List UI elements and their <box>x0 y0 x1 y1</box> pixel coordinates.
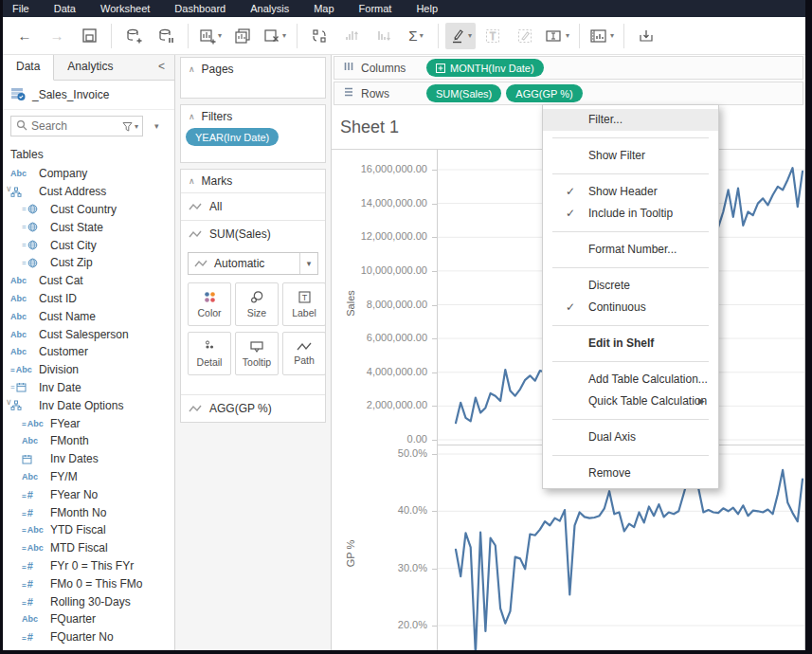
search-input[interactable] <box>27 118 113 134</box>
menu-file[interactable]: File <box>0 0 42 17</box>
collapse-card-icon[interactable]: ∧ <box>189 112 195 121</box>
field-fmo-0-this-fmo[interactable]: =#FMo 0 = This FMo <box>3 574 174 592</box>
field-customer[interactable]: AbcCustomer <box>3 343 174 361</box>
size-button[interactable]: Size <box>235 282 279 326</box>
redo-icon[interactable]: → <box>42 23 72 49</box>
add-datasource-icon[interactable] <box>118 23 149 49</box>
totals-icon[interactable]: Σ▾ <box>401 23 431 49</box>
format-workbook-icon[interactable] <box>510 23 540 49</box>
calculated-number-field-icon: =# <box>22 560 33 572</box>
show-mark-labels-icon[interactable]: T <box>478 23 508 49</box>
field-company[interactable]: AbcCompany <box>3 165 174 183</box>
field-cust-city[interactable]: =Cust City <box>3 236 174 254</box>
marks-item-all[interactable]: All <box>181 192 325 220</box>
axis-tick-label: 6,000,000.00 <box>367 332 427 343</box>
field-fquarter-no[interactable]: =#FQuarter No <box>3 628 174 646</box>
search-box[interactable]: ▾ <box>10 116 143 136</box>
menu-item-show-filter[interactable]: Show Filter <box>543 145 718 167</box>
sort-ascending-icon[interactable] <box>336 23 367 49</box>
field-inv-dates[interactable]: Inv Dates <box>3 450 174 468</box>
menu-item-discrete[interactable]: Discrete <box>543 275 718 297</box>
field-cust-cat[interactable]: AbcCust Cat <box>3 272 174 290</box>
menu-format[interactable]: Format <box>347 0 405 17</box>
menu-dashboard[interactable]: Dashboard <box>162 0 238 17</box>
tooltip-icon <box>249 340 264 354</box>
tab-data[interactable]: Data <box>3 55 54 81</box>
label-button[interactable]: T Label <box>282 282 326 326</box>
swap-rows-columns-icon[interactable] <box>304 23 334 49</box>
field-fmonth[interactable]: AbcFMonth <box>3 432 174 450</box>
field-cust-country[interactable]: =Cust Country <box>3 201 174 219</box>
field-cust-name[interactable]: AbcCust Name <box>3 307 174 325</box>
clear-sheet-icon[interactable]: ▾ <box>260 23 290 49</box>
filter-fields-icon[interactable]: ▾ <box>122 121 142 132</box>
collapse-card-icon[interactable]: ∧ <box>189 176 195 186</box>
expander-chevron-icon[interactable]: ∨ <box>6 184 12 193</box>
menu-item-quick-table-calculation[interactable]: Quick Table Calculation▶ <box>543 391 718 412</box>
menu-worksheet[interactable]: Worksheet <box>88 0 162 17</box>
sort-descending-icon[interactable] <box>369 23 399 49</box>
rows-shelf[interactable]: Rows SUM(Sales)AGG(GP %) <box>334 82 803 105</box>
tab-analytics[interactable]: Analytics <box>54 55 126 80</box>
filter-pill-year-inv-date[interactable]: YEAR(Inv Date) <box>186 128 279 146</box>
datasource-row[interactable]: _Sales_Invoice <box>3 81 174 110</box>
menu-item-continuous[interactable]: ✓Continuous <box>543 297 718 318</box>
field-fmonth-no[interactable]: =#FMonth No <box>3 503 174 521</box>
menu-item-include-in-tooltip[interactable]: ✓Include in Tooltip <box>543 203 718 225</box>
fit-selector-icon[interactable]: ▾ <box>542 23 572 49</box>
field-cust-zip[interactable]: =Cust Zip <box>3 254 174 272</box>
menu-item-dual-axis[interactable]: Dual Axis <box>543 427 718 448</box>
menu-item-edit-in-shelf[interactable]: Edit in Shelf <box>543 333 718 354</box>
menu-data[interactable]: Data <box>42 0 88 17</box>
menu-help[interactable]: Help <box>404 0 450 17</box>
field-fyear[interactable]: =AbcFYear <box>3 414 174 432</box>
pause-auto-updates-icon[interactable] <box>151 23 181 49</box>
data-pane-menu-icon[interactable]: ▾ <box>154 121 159 131</box>
field-inv-date[interactable]: =Inv Date <box>3 379 174 397</box>
duplicate-sheet-icon[interactable] <box>227 23 258 49</box>
expand-pill-icon[interactable] <box>436 64 445 73</box>
undo-icon[interactable]: ← <box>9 23 40 49</box>
marks-item-sum-sales[interactable]: SUM(Sales) <box>181 220 325 247</box>
field-inv-date-options[interactable]: ∨Inv Date Options <box>3 396 174 414</box>
show-me-icon[interactable]: ▾ <box>586 23 617 49</box>
save-icon[interactable] <box>74 23 104 49</box>
marks-item-agg-gp[interactable]: AGG(GP %) <box>181 394 325 422</box>
pill-agg-gp-[interactable]: AGG(GP %) <box>506 84 582 102</box>
field-mtd-fiscal[interactable]: =AbcMTD Fiscal <box>3 539 174 557</box>
menu-map[interactable]: Map <box>301 0 346 17</box>
menu-item-filter[interactable]: Filter... <box>543 109 718 131</box>
new-worksheet-icon[interactable]: ▾ <box>195 23 226 49</box>
field-cust-id[interactable]: AbcCust ID <box>3 290 174 308</box>
color-button[interactable]: Color <box>188 282 231 326</box>
columns-shelf[interactable]: Columns MONTH(Inv Date) <box>334 56 803 80</box>
detail-button[interactable]: Detail <box>188 332 231 375</box>
download-icon[interactable] <box>631 23 661 49</box>
path-button[interactable]: Path <box>282 332 326 375</box>
field-fy-m[interactable]: AbcFY/M <box>3 468 174 486</box>
pill-month-inv-date-[interactable]: MONTH(Inv Date) <box>426 59 544 77</box>
label-icon: T <box>298 290 312 304</box>
menu-item-format-number[interactable]: Format Number... <box>543 239 718 261</box>
field-fyr-0-this-fyr[interactable]: =#FYr 0 = This FYr <box>3 557 174 575</box>
field-division[interactable]: =AbcDivision <box>3 361 174 379</box>
menu-analysis[interactable]: Analysis <box>238 0 301 17</box>
menu-item-add-table-calculation[interactable]: Add Table Calculation... <box>543 369 718 391</box>
field-rolling-30-days[interactable]: =#Rolling 30-Days <box>3 592 174 610</box>
menu-item-remove[interactable]: Remove <box>543 463 718 484</box>
highlight-icon[interactable]: ▾ <box>445 23 476 49</box>
menu-item-show-header[interactable]: ✓Show Header <box>543 181 718 203</box>
expander-chevron-icon[interactable]: ∨ <box>6 397 12 407</box>
collapse-card-icon[interactable]: ∧ <box>189 64 195 74</box>
tooltip-button[interactable]: Tooltip <box>235 332 279 375</box>
mark-type-dropdown[interactable]: Automatic ▾ <box>188 252 318 275</box>
field-cust-salesperson[interactable]: AbcCust Salesperson <box>3 325 174 343</box>
collapse-panel-icon[interactable]: < <box>149 55 174 80</box>
field-cust-state[interactable]: =Cust State <box>3 218 174 236</box>
field-fyear-no[interactable]: =#FYear No <box>3 485 174 503</box>
field-label: YTD Fiscal <box>50 523 106 536</box>
field-fquarter[interactable]: AbcFQuarter <box>3 610 174 628</box>
field-cust-address[interactable]: ∨Cust Address <box>3 183 174 201</box>
pill-sum-sales-[interactable]: SUM(Sales) <box>426 84 501 102</box>
field-ytd-fiscal[interactable]: =AbcYTD Fiscal <box>3 521 174 539</box>
